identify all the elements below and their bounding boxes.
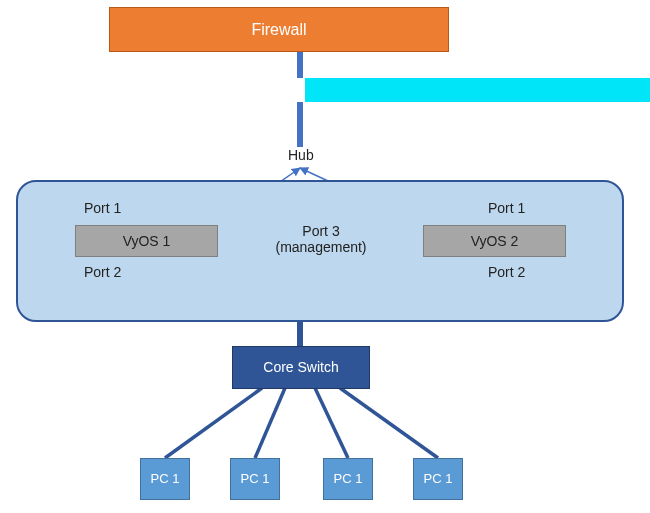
pc3-label: PC 1 <box>334 471 363 487</box>
svg-line-10 <box>255 388 285 458</box>
port3-label: Port 3 (management) <box>256 223 386 255</box>
hub-label: Hub <box>288 147 314 163</box>
vyos1-port1-label: Port 1 <box>84 200 121 216</box>
vyos2-label: VyOS 2 <box>471 233 519 250</box>
pc-node-4: PC 1 <box>413 458 463 500</box>
svg-line-9 <box>165 388 262 458</box>
vyos2-port2-label: Port 2 <box>488 264 525 280</box>
vyos1-node: VyOS 1 <box>75 225 218 257</box>
vyos2-port1-label: Port 1 <box>488 200 525 216</box>
firewall-node: Firewall <box>109 7 449 52</box>
pc-node-1: PC 1 <box>140 458 190 500</box>
pc4-label: PC 1 <box>424 471 453 487</box>
firewall-label: Firewall <box>251 20 306 39</box>
pc-node-2: PC 1 <box>230 458 280 500</box>
svg-line-12 <box>340 388 438 458</box>
pc-node-3: PC 1 <box>323 458 373 500</box>
diagram-canvas: Firewall Hub VyOS 1 Port 1 Port 2 VyOS 2… <box>0 0 650 513</box>
vyos2-node: VyOS 2 <box>423 225 566 257</box>
vyos1-label: VyOS 1 <box>123 233 171 250</box>
cyan-bar <box>305 78 650 102</box>
pc1-label: PC 1 <box>151 471 180 487</box>
pc2-label: PC 1 <box>241 471 270 487</box>
core-switch-node: Core Switch <box>232 346 370 389</box>
core-switch-label: Core Switch <box>263 359 338 376</box>
vyos1-port2-label: Port 2 <box>84 264 121 280</box>
svg-line-11 <box>315 388 348 458</box>
